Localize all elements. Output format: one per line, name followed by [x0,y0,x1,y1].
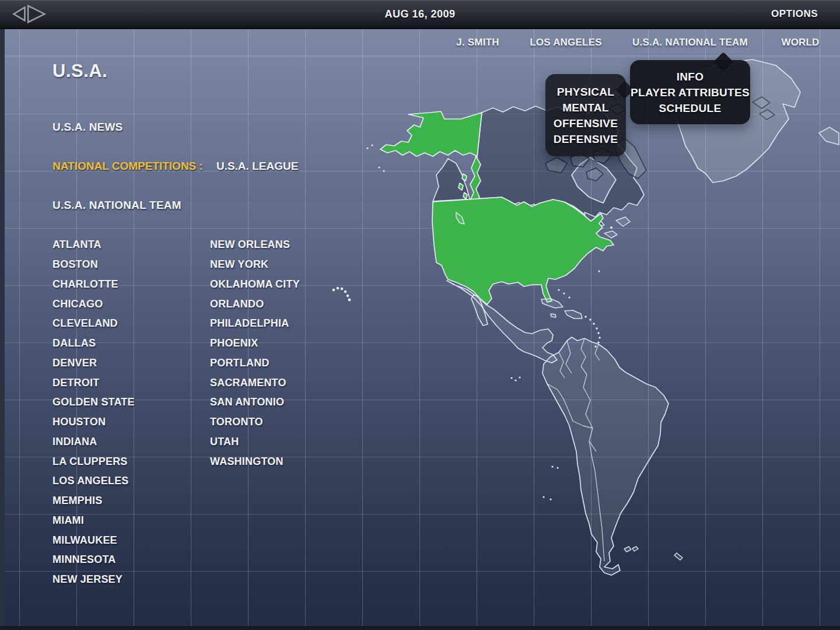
context-nav: J. SMITH LOS ANGELES U.S.A. NATIONAL TEA… [0,37,840,52]
forward-arrow-icon[interactable] [28,6,44,22]
team-link[interactable]: OKLAHOMA CITY [210,275,300,295]
caribbean-islands [541,299,582,318]
submenu-item[interactable]: DEFENSIVE [545,131,626,147]
team-link[interactable]: LOS ANGELES [52,471,135,491]
team-link[interactable]: CHARLOTTE [52,275,135,295]
bottom-edge-strip [0,626,840,630]
team-link[interactable]: ATLANTA [52,235,135,255]
player-attributes-submenu: PHYSICALMENTALOFFENSIVEDEFENSIVE [545,74,626,156]
sidebar-item-national-team[interactable]: U.S.A. NATIONAL TEAM [52,199,181,212]
team-link[interactable]: MILWAUKEE [52,530,135,550]
team-link[interactable]: NEW ORLEANS [210,235,300,255]
team-link[interactable]: WASHINGTON [210,452,300,471]
menu-item[interactable]: INFO [630,69,750,85]
sidebar-competitions-row: NATIONAL COMPETITIONS : U.S.A. LEAGUE [52,160,298,173]
team-link[interactable]: INDIANA [52,432,135,452]
sidebar-item-news[interactable]: U.S.A. NEWS [52,121,123,134]
menu-item[interactable]: PLAYER ATTRIBUTES [630,85,750,100]
nav-item-club[interactable]: LOS ANGELES [530,37,601,48]
team-link[interactable]: CLEVELAND [52,314,135,334]
team-link[interactable]: DENVER [52,354,135,373]
team-list-column-2: NEW ORLEANSNEW YORKOKLAHOMA CITYORLANDOP… [210,235,300,471]
team-link[interactable]: HOUSTON [52,412,135,432]
team-link[interactable]: MINNESOTA [52,550,135,570]
team-link[interactable]: MIAMI [52,511,135,531]
top-bar: AUG 16, 2009 OPTIONS [0,0,840,29]
team-link[interactable]: SAN ANTONIO [210,393,300,412]
submenu-item[interactable]: PHYSICAL [545,84,626,100]
team-link[interactable]: CHICAGO [52,294,135,314]
iceland-fragment [819,127,839,145]
team-link[interactable]: NEW YORK [210,255,300,275]
team-link[interactable]: DALLAS [52,334,135,354]
submenu-item[interactable]: MENTAL [545,100,626,116]
game-date: AUG 16, 2009 [384,0,455,28]
team-link[interactable]: GOLDEN STATE [52,393,135,412]
menu-item[interactable]: SCHEDULE [630,100,750,116]
sidebar-item-usa-league[interactable]: U.S.A. LEAGUE [216,160,298,173]
team-link[interactable]: ORLANDO [210,294,300,314]
nav-item-world[interactable]: WORLD [781,37,819,48]
options-button[interactable]: OPTIONS [771,0,818,28]
team-link[interactable]: MEMPHIS [52,491,135,511]
nav-item-national-team[interactable]: U.S.A. NATIONAL TEAM [632,37,748,48]
team-link[interactable]: NEW JERSEY [52,570,135,590]
nav-item-manager[interactable]: J. SMITH [456,37,499,48]
page-title: U.S.A. [52,61,107,82]
national-competitions-label: NATIONAL COMPETITIONS : [52,160,203,173]
back-forward-arrows-icon[interactable] [7,4,51,24]
team-link[interactable]: UTAH [210,432,300,452]
falkland-islands [624,547,682,560]
team-link[interactable]: BOSTON [52,255,135,275]
team-link[interactable]: PHILADELPHIA [210,314,300,334]
team-link[interactable]: LA CLUPPERS [52,452,135,471]
team-list-column-1: ATLANTABOSTONCHARLOTTECHICAGOCLEVELANDDA… [52,235,135,590]
national-team-menu: INFOPLAYER ATTRIBUTESSCHEDULE [630,60,750,124]
team-link[interactable]: PORTLAND [210,354,300,373]
team-link[interactable]: DETROIT [52,373,135,393]
country-mexico-central-america[interactable] [447,281,557,363]
hawaii-islands [332,287,351,302]
left-edge-strip [0,28,5,630]
back-arrow-icon[interactable] [14,8,25,21]
team-link[interactable]: TORONTO [210,412,300,432]
team-link[interactable]: SACRAMENTO [210,373,300,393]
submenu-item[interactable]: OFFENSIVE [545,116,626,131]
team-link[interactable]: PHOENIX [210,334,300,354]
